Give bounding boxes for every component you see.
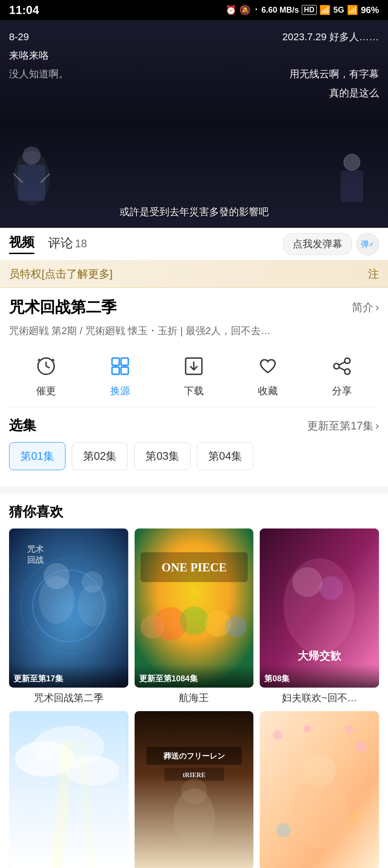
recommend-name-1: 咒术回战第二季 <box>9 691 128 705</box>
video-subtitle: 或許是受到去年災害多發的影響吧 <box>0 205 388 219</box>
danmu-row-1: 8-29 2023.7.29 好多人…… <box>9 29 379 45</box>
recommend-item-2[interactable]: ONE PIECE 更新至第1084集 航海王 <box>135 528 254 705</box>
episode-btn-2[interactable]: 第02集 <box>72 442 128 470</box>
recommend-thumb-6 <box>260 711 379 868</box>
tab-comment[interactable]: 评论18 <box>48 235 87 254</box>
svg-line-10 <box>46 366 50 368</box>
thumb-badge-3: 第08集 <box>264 674 290 683</box>
action-share[interactable]: 分享 <box>327 352 356 398</box>
remind-label: 催更 <box>36 384 56 398</box>
heart-icon <box>253 352 282 381</box>
recommend-item-6[interactable] <box>260 711 379 868</box>
action-download[interactable]: 下载 <box>179 352 208 398</box>
video-player[interactable]: 8-29 2023.7.29 好多人…… 来咯来咯 没人知道啊。 用无线云啊，有… <box>0 20 388 228</box>
svg-point-39 <box>180 606 208 635</box>
episode-header: 选集 更新至第17集 › <box>9 416 379 435</box>
clock-icon <box>32 352 61 381</box>
recommend-title: 猜你喜欢 <box>9 503 379 521</box>
recommend-thumb-3: 大帰交歓 第08集 <box>260 528 379 688</box>
chevron-right-icon: › <box>375 301 379 314</box>
recommend-thumb-2: ONE PIECE 更新至第1084集 <box>135 528 254 688</box>
source-icon <box>106 352 135 381</box>
title-row: 咒术回战第二季 简介 › <box>9 297 379 318</box>
network-speed: 6.60 MB/s <box>262 5 299 15</box>
svg-text:大帰交歓: 大帰交歓 <box>297 650 341 662</box>
action-buttons-row: 催更 换源 <box>9 347 379 407</box>
svg-text:tRIERE: tRIERE <box>182 771 206 778</box>
svg-point-23 <box>334 363 339 369</box>
svg-line-25 <box>339 368 345 370</box>
member-banner[interactable]: 员特权[点击了解更多] 注 <box>0 260 388 288</box>
danmu-left-1: 8-29 <box>9 29 29 45</box>
danmu-icon-button[interactable]: 弹 ✓ <box>356 233 379 255</box>
chevron-right-icon-ep: › <box>375 420 379 432</box>
svg-point-45 <box>293 567 323 597</box>
svg-text:咒术: 咒术 <box>27 545 44 554</box>
tab-video[interactable]: 视频 <box>9 234 34 254</box>
anime-info-section: 咒术回战第二季 简介 › 咒術廻戦 第2期 / 咒術廻戦 懐玉・玉折 | 最强2… <box>0 288 388 486</box>
status-bar: 11:04 ⏰ 🔕 ᛫ 6.60 MB/s HD 📶 5G 📶 96% <box>0 0 388 20</box>
action-favorite[interactable]: 收藏 <box>253 352 282 398</box>
svg-text:葬送のフリーレン: 葬送のフリーレン <box>163 751 224 760</box>
episode-section: 选集 更新至第17集 › 第01集 第02集 第03集 第04集 <box>9 407 379 477</box>
svg-point-22 <box>345 369 350 374</box>
checkmark-icon: ✓ <box>369 241 374 248</box>
recommend-name-2: 航海王 <box>135 691 254 705</box>
danmu-left-2: 来咯来咯 <box>9 47 49 63</box>
mute-icon: 🔕 <box>239 5 251 15</box>
danmu-right-3: 用无线云啊，有字幕 <box>290 66 379 82</box>
recommend-item-4[interactable] <box>9 711 128 868</box>
action-remind[interactable]: 催更 <box>32 352 61 398</box>
svg-rect-14 <box>121 358 128 365</box>
danmu-row-2: 来咯来咯 <box>9 47 379 63</box>
signal5g-icon: 5G <box>333 5 344 15</box>
thumb-overlay-1: 更新至第17集 <box>9 664 128 688</box>
svg-point-64 <box>304 725 311 732</box>
svg-line-24 <box>339 362 345 365</box>
danmu-input-btn[interactable]: 点我发弹幕 <box>283 233 352 255</box>
intro-button[interactable]: 简介 › <box>352 300 379 315</box>
video-background: 8-29 2023.7.29 好多人…… 来咯来咯 没人知道啊。 用无线云啊，有… <box>0 20 388 228</box>
danmu-left-3: 没人知道啊。 <box>9 66 69 82</box>
thumb-overlay-2: 更新至第1084集 <box>135 664 254 688</box>
bluetooth-icon: ᛫ <box>253 5 259 15</box>
recommend-item-3[interactable]: 大帰交歓 第08集 妇夫联欢~回不… <box>260 528 379 705</box>
signal-icon: 📶 <box>347 5 358 15</box>
episode-more-btn[interactable]: 更新至第17集 › <box>307 419 379 433</box>
member-banner-right: 注 <box>368 267 379 281</box>
svg-point-42 <box>140 615 164 639</box>
svg-point-63 <box>355 741 367 752</box>
svg-text:ONE PIECE: ONE PIECE <box>161 561 226 574</box>
recommend-item-5[interactable]: 葬送のフリーレン tRIERE <box>135 711 254 868</box>
svg-point-41 <box>225 616 246 637</box>
svg-point-46 <box>319 576 343 600</box>
svg-point-65 <box>345 725 353 733</box>
thumb-badge-2: 更新至第1084集 <box>139 674 198 683</box>
tab-bar: 视频 评论18 点我发弹幕 弹 ✓ <box>0 228 388 260</box>
danmu-overlay: 8-29 2023.7.29 好多人…… 来咯来咯 没人知道啊。 用无线云啊，有… <box>0 20 388 228</box>
recommend-name-3: 妇夫联欢~回不… <box>260 691 379 705</box>
svg-point-67 <box>290 776 349 848</box>
svg-rect-16 <box>121 367 128 374</box>
svg-point-60 <box>181 778 207 804</box>
battery-icon: 96% <box>361 5 379 15</box>
episode-title: 选集 <box>9 416 36 435</box>
recommend-thumb-4 <box>9 711 128 868</box>
danmu-controls: 点我发弹幕 弹 ✓ <box>283 233 379 255</box>
action-source[interactable]: 换源 <box>106 352 135 398</box>
episode-btn-1[interactable]: 第01集 <box>9 442 65 470</box>
alarm-icon: ⏰ <box>225 5 237 15</box>
recommend-item-1[interactable]: 咒术 回战 更新至第17集 咒术回战第二季 <box>9 528 128 705</box>
svg-rect-13 <box>112 358 119 365</box>
anime-tags: 咒術廻戦 第2期 / 咒術廻戦 懐玉・玉折 | 最强2人，回不去… <box>9 323 379 338</box>
recommend-thumb-1: 咒术 回战 更新至第17集 <box>9 528 128 688</box>
episode-btn-3[interactable]: 第03集 <box>134 442 191 470</box>
share-icon <box>327 352 356 381</box>
member-banner-text: 员特权[点击了解更多] <box>9 267 112 281</box>
svg-rect-15 <box>112 367 119 374</box>
thumb-badge-1: 更新至第17集 <box>14 674 63 683</box>
recommend-section: 猜你喜欢 <box>0 494 388 868</box>
svg-point-44 <box>284 558 355 654</box>
episode-btn-4[interactable]: 第04集 <box>197 442 253 470</box>
svg-point-69 <box>349 812 361 824</box>
